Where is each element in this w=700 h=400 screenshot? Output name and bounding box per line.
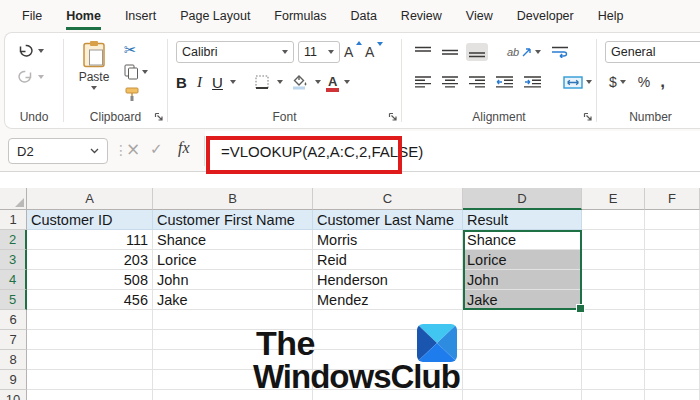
tab-page-layout[interactable]: Page Layout xyxy=(180,9,250,30)
decrease-font-size-button[interactable]: A xyxy=(365,44,382,60)
cell-A1[interactable]: Customer ID xyxy=(27,210,153,230)
chevron-down-icon[interactable] xyxy=(344,80,350,84)
redo-button[interactable] xyxy=(17,69,44,84)
cut-button[interactable]: ✂ xyxy=(122,39,150,61)
cell-F10[interactable] xyxy=(645,390,700,400)
tab-help[interactable]: Help xyxy=(598,9,624,30)
cancel-icon[interactable]: × xyxy=(126,139,140,159)
number-format-combo[interactable]: General xyxy=(605,41,700,63)
formula-input[interactable]: =VLOOKUP(A2,A:C,2,FALSE) xyxy=(205,131,700,171)
fill-color-icon[interactable] xyxy=(290,74,308,90)
column-header-B[interactable]: B xyxy=(153,188,313,210)
font-color-button[interactable]: A xyxy=(328,76,337,88)
cell-B2[interactable]: Shance xyxy=(153,230,313,250)
cell-B3[interactable]: Lorice xyxy=(153,250,313,270)
format-painter-button[interactable] xyxy=(122,83,150,105)
column-header-E[interactable]: E xyxy=(582,188,645,210)
cell-A6[interactable] xyxy=(27,310,153,330)
decrease-indent-button[interactable] xyxy=(493,73,516,91)
cell-A10[interactable] xyxy=(27,390,153,400)
cell-E2[interactable] xyxy=(582,230,645,250)
cell-F6[interactable] xyxy=(645,310,700,330)
cell-C1[interactable]: Customer Last Name xyxy=(313,210,463,230)
cell-A9[interactable] xyxy=(27,370,153,390)
cell-A5[interactable]: 456 xyxy=(27,290,153,310)
cell-D5[interactable]: Jake xyxy=(463,290,582,310)
tab-data[interactable]: Data xyxy=(350,9,376,30)
cell-F7[interactable] xyxy=(645,330,700,350)
row-header-10[interactable]: 10 xyxy=(0,390,27,400)
tab-developer[interactable]: Developer xyxy=(517,9,574,30)
row-header-6[interactable]: 6 xyxy=(0,310,27,330)
cell-E7[interactable] xyxy=(582,330,645,350)
column-header-A[interactable]: A xyxy=(27,188,153,210)
cell-E4[interactable] xyxy=(582,270,645,290)
chevron-down-icon[interactable] xyxy=(315,80,321,84)
row-header-8[interactable]: 8 xyxy=(0,350,27,370)
undo-button[interactable] xyxy=(17,43,44,58)
cell-A3[interactable]: 203 xyxy=(27,250,153,270)
cell-B4[interactable]: John xyxy=(153,270,313,290)
align-center-button[interactable] xyxy=(439,73,461,91)
cell-A4[interactable]: 508 xyxy=(27,270,153,290)
comma-style-button[interactable]: , xyxy=(660,72,665,92)
cell-E9[interactable] xyxy=(582,370,645,390)
column-header-F[interactable]: F xyxy=(645,188,700,210)
increase-indent-button[interactable] xyxy=(521,73,544,91)
cell-A2[interactable]: 111 xyxy=(27,230,153,250)
align-right-button[interactable] xyxy=(466,73,488,91)
underline-button[interactable]: U xyxy=(212,74,223,91)
cell-E10[interactable] xyxy=(582,390,645,400)
cell-C3[interactable]: Reid xyxy=(313,250,463,270)
cell-E8[interactable] xyxy=(582,350,645,370)
row-header-3[interactable]: 3 xyxy=(0,250,27,270)
name-box[interactable]: D2 xyxy=(8,138,108,164)
cell-F5[interactable] xyxy=(645,290,700,310)
tab-view[interactable]: View xyxy=(466,9,493,30)
row-header-7[interactable]: 7 xyxy=(0,330,27,350)
merge-center-button[interactable] xyxy=(560,73,595,92)
tab-home[interactable]: Home xyxy=(66,9,101,30)
row-header-9[interactable]: 9 xyxy=(0,370,27,390)
row-header-1[interactable]: 1 xyxy=(0,210,27,230)
accounting-format-button[interactable]: $ xyxy=(607,71,628,93)
increase-font-size-button[interactable]: A xyxy=(344,44,361,60)
orientation-button[interactable]: ab xyxy=(504,43,544,61)
column-header-C[interactable]: C xyxy=(313,188,463,210)
middle-align-button[interactable] xyxy=(439,43,461,61)
cell-D3[interactable]: Lorice xyxy=(463,250,582,270)
tab-file[interactable]: File xyxy=(22,9,42,30)
cell-C2[interactable]: Morris xyxy=(313,230,463,250)
bottom-align-button[interactable] xyxy=(466,43,488,61)
paste-button[interactable]: Paste xyxy=(72,40,116,90)
cell-E6[interactable] xyxy=(582,310,645,330)
row-header-5[interactable]: 5 xyxy=(0,290,27,310)
dialog-launcher-icon[interactable] xyxy=(583,112,593,122)
cell-F8[interactable] xyxy=(645,350,700,370)
italic-button[interactable]: I xyxy=(194,74,205,91)
bold-button[interactable]: B xyxy=(176,74,187,91)
column-header-D[interactable]: D xyxy=(463,188,582,210)
wrap-text-button[interactable] xyxy=(549,43,571,61)
cell-F1[interactable] xyxy=(645,210,700,230)
row-header-2[interactable]: 2 xyxy=(0,230,27,250)
align-left-button[interactable] xyxy=(412,73,434,91)
percent-style-button[interactable]: % xyxy=(638,74,650,90)
select-all-button[interactable] xyxy=(0,188,27,210)
cell-C4[interactable]: Henderson xyxy=(313,270,463,290)
tab-formulas[interactable]: Formulas xyxy=(274,9,326,30)
enter-icon[interactable]: ✓ xyxy=(150,140,163,158)
tab-review[interactable]: Review xyxy=(401,9,442,30)
chevron-down-icon[interactable] xyxy=(277,80,283,84)
cell-F2[interactable] xyxy=(645,230,700,250)
chevron-down-icon[interactable] xyxy=(230,80,236,84)
tab-insert[interactable]: Insert xyxy=(125,9,156,30)
cell-E1[interactable] xyxy=(582,210,645,230)
font-size-combo[interactable]: 11 xyxy=(298,41,340,63)
dialog-launcher-icon[interactable] xyxy=(154,112,164,122)
cell-E5[interactable] xyxy=(582,290,645,310)
cell-D2[interactable]: Shance xyxy=(463,230,582,250)
cell-B5[interactable]: Jake xyxy=(153,290,313,310)
font-name-combo[interactable]: Calibri xyxy=(176,41,294,63)
row-header-4[interactable]: 4 xyxy=(0,270,27,290)
